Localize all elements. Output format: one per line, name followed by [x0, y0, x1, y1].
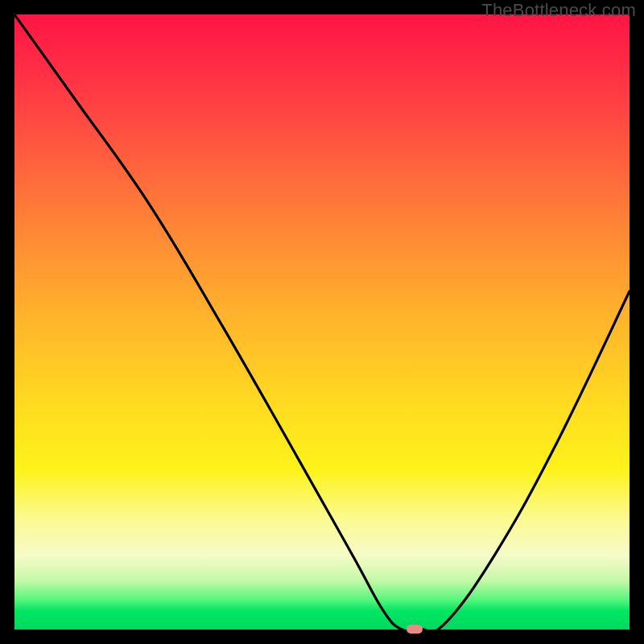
plot-area [14, 14, 630, 630]
chart-frame: TheBottleneck.com [0, 0, 644, 644]
optimal-marker [407, 625, 423, 634]
watermark-text: TheBottleneck.com [481, 0, 636, 21]
curve-path [14, 14, 630, 630]
bottleneck-curve [14, 14, 630, 630]
